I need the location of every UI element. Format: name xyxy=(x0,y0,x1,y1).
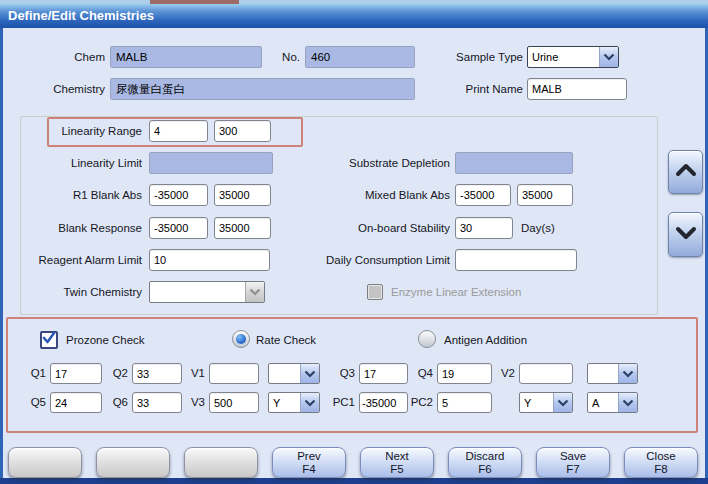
mixed-blank-abs-low-input[interactable] xyxy=(455,184,511,206)
v3-input[interactable] xyxy=(209,392,259,413)
mixed-blank-abs-high-input[interactable] xyxy=(517,184,573,206)
scroll-up-button[interactable] xyxy=(668,150,703,194)
blank-response-label: Blank Response xyxy=(18,217,142,239)
dialog-titlebar: Define/Edit Chemistries xyxy=(0,4,708,28)
v1-label: V1 xyxy=(184,363,205,384)
blank-button-1 xyxy=(8,447,82,478)
q4-input[interactable] xyxy=(437,363,492,384)
prev-button[interactable]: Prev F4 xyxy=(272,447,346,478)
q3-label: Q3 xyxy=(331,363,355,384)
pc-flag1-value: Y xyxy=(520,393,553,412)
q5-label: Q5 xyxy=(22,392,46,413)
onboard-stability-input[interactable] xyxy=(455,217,513,239)
sample-type-label: Sample Type xyxy=(430,46,523,68)
chevron-down-icon[interactable] xyxy=(300,393,319,412)
chemistry-label: Chemistry xyxy=(20,78,105,100)
next-button[interactable]: Next F5 xyxy=(360,447,434,478)
q5-input[interactable] xyxy=(50,392,102,413)
button-label: Next xyxy=(385,450,409,463)
linearity-limit-field xyxy=(149,152,273,174)
v2-label: V2 xyxy=(494,363,515,384)
prozone-check-checkbox[interactable] xyxy=(40,331,58,349)
button-label: Prev xyxy=(297,450,321,463)
checkmark-icon xyxy=(42,331,56,349)
v3-label: V3 xyxy=(184,392,205,413)
discard-button[interactable]: Discard F6 xyxy=(448,447,522,478)
window-border xyxy=(0,478,708,484)
print-name-input[interactable] xyxy=(527,78,627,100)
linearity-range-label: Linearity Range xyxy=(18,120,142,142)
daily-consumption-limit-label: Daily Consumption Limit xyxy=(300,249,450,271)
daily-consumption-limit-input[interactable] xyxy=(455,249,577,271)
no-field: 460 xyxy=(305,46,415,68)
button-key: F8 xyxy=(654,463,667,476)
antigen-addition-radio[interactable] xyxy=(418,330,436,348)
scroll-down-button[interactable] xyxy=(668,212,703,257)
linearity-range-low-input[interactable] xyxy=(149,120,208,142)
v2-flag-dropdown[interactable] xyxy=(587,363,638,384)
no-label: No. xyxy=(262,46,300,68)
q1-label: Q1 xyxy=(22,363,46,384)
q3-input[interactable] xyxy=(359,363,408,384)
q6-label: Q6 xyxy=(104,392,128,413)
v1-input[interactable] xyxy=(209,363,259,384)
twin-chemistry-label: Twin Chemistry xyxy=(18,281,142,303)
chevron-down-icon[interactable] xyxy=(618,393,637,412)
button-label: Save xyxy=(560,450,586,463)
pc1-input[interactable] xyxy=(359,392,408,413)
chemistry-field: 尿微量白蛋白 xyxy=(110,78,415,100)
v1-flag-value xyxy=(269,364,300,383)
window-border xyxy=(0,28,3,484)
linearity-range-high-input[interactable] xyxy=(214,120,271,142)
v1-flag-dropdown[interactable] xyxy=(268,363,320,384)
blank-button-2 xyxy=(96,447,170,478)
q2-label: Q2 xyxy=(104,363,128,384)
save-button[interactable]: Save F7 xyxy=(536,447,610,478)
r1-blank-abs-low-input[interactable] xyxy=(149,184,208,206)
pc1-label: PC1 xyxy=(327,392,355,413)
v3-flag-dropdown[interactable]: Y xyxy=(268,392,320,413)
chevron-down-icon xyxy=(675,226,697,244)
blank-response-low-input[interactable] xyxy=(149,217,208,239)
q1-input[interactable] xyxy=(50,363,102,384)
chevron-down-icon[interactable] xyxy=(618,364,637,383)
close-button[interactable]: Close F8 xyxy=(624,447,698,478)
button-key: F7 xyxy=(566,463,579,476)
blank-response-high-input[interactable] xyxy=(214,217,271,239)
rate-check-radio[interactable] xyxy=(232,330,250,348)
blank-button-3 xyxy=(184,447,258,478)
r1-blank-abs-high-input[interactable] xyxy=(214,184,271,206)
q2-input[interactable] xyxy=(132,363,182,384)
prozone-check-label: Prozone Check xyxy=(66,329,176,351)
chevron-up-icon xyxy=(675,163,697,181)
button-key: F6 xyxy=(478,463,491,476)
pc-flag2-value: A xyxy=(588,393,618,412)
q6-input[interactable] xyxy=(132,392,182,413)
v3-flag-value: Y xyxy=(269,393,300,412)
twin-chemistry-dropdown xyxy=(149,281,265,303)
reagent-alarm-limit-label: Reagent Alarm Limit xyxy=(8,249,142,271)
chevron-down-icon xyxy=(245,282,264,302)
v2-input[interactable] xyxy=(519,363,573,384)
chevron-down-icon[interactable] xyxy=(553,393,572,412)
chevron-down-icon[interactable] xyxy=(599,47,618,67)
pc2-input[interactable] xyxy=(437,392,492,413)
pc-flag1-dropdown[interactable]: Y xyxy=(519,392,573,413)
enzyme-linear-extension-label: Enzyme Linear Extension xyxy=(391,281,551,303)
reagent-alarm-limit-input[interactable] xyxy=(149,249,270,271)
button-key: F5 xyxy=(390,463,403,476)
radio-dot xyxy=(236,334,246,344)
define-edit-chemistries-dialog: Define/Edit Chemistries Chem MALB No. 46… xyxy=(0,0,708,484)
chem-field: MALB xyxy=(110,46,262,68)
q4-label: Q4 xyxy=(409,363,433,384)
pc-flag2-dropdown[interactable]: A xyxy=(587,392,638,413)
pc2-label: PC2 xyxy=(405,392,433,413)
onboard-stability-unit: Day(s) xyxy=(521,217,571,239)
substrate-depletion-label: Substrate Depletion xyxy=(322,152,450,174)
print-name-label: Print Name xyxy=(430,78,523,100)
chem-label: Chem xyxy=(20,46,105,68)
chevron-down-icon[interactable] xyxy=(300,364,319,383)
sample-type-dropdown[interactable]: Urine xyxy=(527,46,619,68)
r1-blank-abs-label: R1 Blank Abs xyxy=(18,184,142,206)
button-label: Close xyxy=(646,450,675,463)
